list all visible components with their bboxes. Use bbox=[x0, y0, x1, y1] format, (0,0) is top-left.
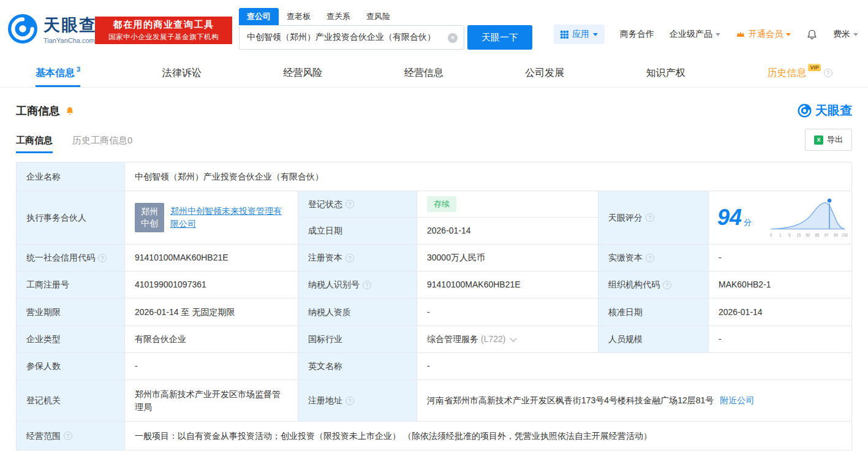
clear-search-icon[interactable] bbox=[448, 33, 458, 43]
section-head: 工商信息 天眼查 bbox=[16, 102, 852, 119]
help-icon[interactable] bbox=[824, 69, 832, 77]
registry-authority-label: 登记机关 bbox=[17, 380, 125, 422]
insured-count-value: - bbox=[125, 353, 298, 380]
label-text: 统一社会信用代码 bbox=[26, 251, 95, 264]
nearby-companies-link[interactable]: 附近公司 bbox=[720, 394, 754, 407]
help-icon[interactable] bbox=[98, 254, 107, 262]
tianyancha-logo[interactable]: 天眼查 TianYanCha.com bbox=[7, 13, 97, 44]
tab-label: 法律诉讼 bbox=[162, 67, 202, 80]
label-text: 组织机构代码 bbox=[608, 278, 660, 291]
svg-text:15: 15 bbox=[796, 233, 801, 237]
industry-code: (L722) bbox=[481, 333, 505, 346]
menu-cooperation[interactable]: 商务合作 bbox=[620, 29, 654, 40]
help-icon[interactable] bbox=[345, 200, 354, 208]
search-tab-relation[interactable]: 查关系 bbox=[319, 8, 358, 25]
help-icon[interactable] bbox=[345, 397, 354, 405]
paid-capital-value: - bbox=[709, 245, 852, 272]
menu-enterprise[interactable]: 企业级产品 bbox=[670, 29, 720, 40]
svg-text:85: 85 bbox=[815, 233, 820, 237]
svg-text:5: 5 bbox=[788, 233, 791, 237]
tab-label: 知识产权 bbox=[646, 67, 685, 80]
tianyan-score-label: 天眼评分 bbox=[598, 191, 709, 245]
paid-capital-label: 实缴资本 bbox=[598, 245, 709, 272]
search-row: 天眼一下 bbox=[239, 25, 532, 50]
address-text: 河南省郑州市高新技术产业开发区枫香街173号4号楼科技金融广场12层81号 bbox=[427, 394, 714, 407]
notification-bell-icon[interactable] bbox=[806, 29, 818, 40]
search-input[interactable] bbox=[240, 26, 464, 49]
label-text: 人员规模 bbox=[608, 333, 643, 346]
help-icon[interactable] bbox=[363, 281, 371, 289]
tianyancha-logo-icon bbox=[7, 13, 38, 44]
taxpayer-quality-value: - bbox=[417, 299, 598, 326]
tab-label: 经营信息 bbox=[404, 67, 443, 80]
svg-text:0: 0 bbox=[770, 233, 772, 237]
org-code-value: MAK60HB2-1 bbox=[709, 272, 852, 299]
tianyancha-logo-icon bbox=[798, 104, 812, 118]
registered-address-value: 河南省郑州市高新技术产业开发区枫香街173号4号楼科技金融广场12层81号 附近… bbox=[417, 380, 852, 422]
taxpayer-id-label: 纳税人识别号 bbox=[298, 272, 417, 299]
label-text: 执行事务合伙人 bbox=[26, 211, 86, 224]
menu-vip[interactable]: 开通会员 bbox=[736, 29, 791, 40]
search-tab-boss[interactable]: 查老板 bbox=[279, 8, 319, 25]
menu-apps[interactable]: 应用 bbox=[554, 25, 605, 44]
org-code-label: 组织机构代码 bbox=[598, 272, 709, 299]
apps-grid-icon bbox=[560, 31, 568, 39]
export-button[interactable]: 导出 bbox=[805, 129, 852, 151]
excel-icon bbox=[814, 135, 823, 145]
svg-text:99: 99 bbox=[834, 233, 839, 237]
chevron-down-icon bbox=[853, 33, 858, 36]
partner-company-link[interactable]: 郑州中创智领未来投资管理有限公司 bbox=[170, 205, 288, 230]
search-box bbox=[239, 25, 464, 50]
help-icon[interactable] bbox=[663, 281, 671, 289]
credit-code-value: 91410100MAK60HB21E bbox=[125, 245, 298, 272]
company-name-value: 中创智领（郑州）产业投资合伙企业（有限合伙） bbox=[125, 162, 852, 191]
registered-address-label: 注册地址 bbox=[298, 380, 417, 422]
search-tab-company[interactable]: 查公司 bbox=[239, 8, 279, 25]
help-icon[interactable] bbox=[646, 213, 654, 222]
chevron-down-icon bbox=[715, 33, 720, 36]
subtab-history-business-info[interactable]: 历史工商信息0 bbox=[72, 135, 132, 153]
tab-intellectual-property[interactable]: 知识产权 bbox=[646, 59, 685, 87]
english-name-label: 英文名称 bbox=[298, 353, 417, 380]
export-label: 导出 bbox=[827, 134, 843, 145]
executive-partner-label: 执行事务合伙人 bbox=[17, 191, 125, 245]
industry-name: 综合管理服务 bbox=[427, 333, 478, 346]
subtab-business-info[interactable]: 工商信息 bbox=[16, 135, 53, 153]
registered-capital-value: 30000万人民币 bbox=[417, 245, 598, 272]
tab-company-development[interactable]: 公司发展 bbox=[525, 59, 564, 87]
status-badge: 存续 bbox=[427, 196, 456, 212]
executive-partner-value: 郑州中创 郑州中创智领未来投资管理有限公司 bbox=[125, 191, 298, 245]
help-icon[interactable] bbox=[64, 432, 72, 440]
svg-text:97: 97 bbox=[825, 233, 829, 237]
section-watermark-logo: 天眼查 bbox=[798, 102, 852, 119]
menu-user[interactable]: 费米 bbox=[833, 29, 858, 40]
chevron-down-icon[interactable] bbox=[510, 335, 517, 341]
label-text: 登记机关 bbox=[26, 394, 61, 407]
tianyan-score-value: 94 分 0151550859799100 bbox=[709, 191, 852, 245]
tab-operation-info[interactable]: 经营信息 bbox=[404, 59, 443, 87]
label-text: 国标行业 bbox=[308, 333, 342, 346]
label-text: 企业类型 bbox=[26, 333, 61, 346]
partner-avatar[interactable]: 郑州中创 bbox=[135, 203, 164, 232]
search-tab-risk[interactable]: 查风险 bbox=[358, 8, 398, 25]
help-icon[interactable] bbox=[345, 254, 354, 262]
tab-history-info[interactable]: 历史信息 VIP bbox=[767, 59, 832, 87]
tab-legal[interactable]: 法律诉讼 bbox=[162, 59, 202, 87]
tab-operation-risk[interactable]: 经营风险 bbox=[283, 59, 322, 87]
label-text: 天眼评分 bbox=[608, 211, 643, 224]
search-area: 查公司 查老板 查关系 查风险 天眼一下 bbox=[239, 8, 532, 50]
subtab-row: 工商信息 历史工商信息0 导出 bbox=[16, 129, 852, 153]
label-text: 企业名称 bbox=[26, 170, 61, 183]
subscribe-bell-icon[interactable] bbox=[65, 106, 75, 116]
tab-basic-info[interactable]: 基本信息 3 bbox=[36, 59, 80, 87]
search-submit-button[interactable]: 天眼一下 bbox=[467, 25, 532, 50]
help-icon[interactable] bbox=[646, 254, 654, 262]
crown-icon bbox=[736, 29, 745, 39]
watermark-brand-name: 天眼查 bbox=[815, 102, 852, 119]
menu-user-label: 费米 bbox=[833, 29, 850, 40]
score-unit: 分 bbox=[744, 216, 752, 229]
registered-capital-label: 注册资本 bbox=[298, 245, 417, 272]
score-number-wrap: 94 分 bbox=[717, 201, 752, 234]
score-distribution-chart: 0151550859799100 bbox=[767, 195, 848, 240]
brand-name: 天眼查 bbox=[43, 14, 97, 36]
